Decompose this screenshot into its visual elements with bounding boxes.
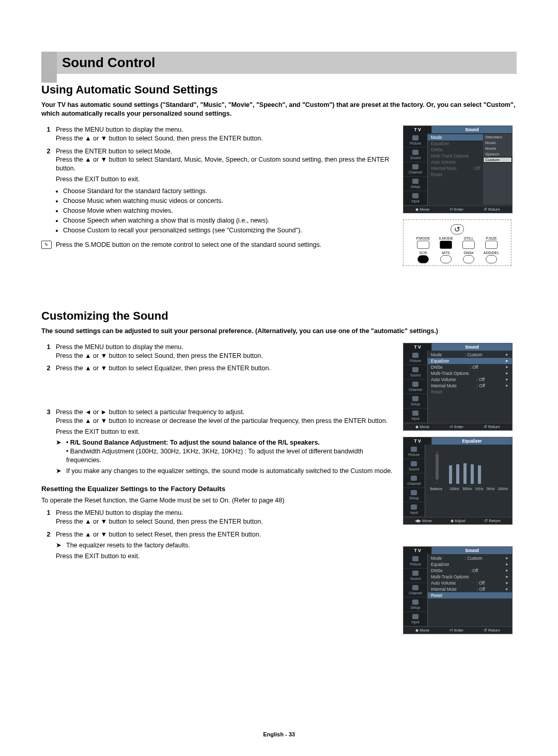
mode-description-list: Choose Standard for the standard factory…: [56, 187, 394, 234]
remote-buttons-figure: ↺ P.MODE S.MODE STILL P.SIZE SCR MTS DNS…: [403, 219, 512, 266]
step-body: Press the MENU button to display the men…: [56, 125, 394, 143]
osd-equalizer: T V Equalizer Picture Sound Channel Setu…: [403, 437, 513, 525]
arrow-icon: ➤: [56, 467, 66, 476]
remote-note: ✎ Press the S.MODE button on the remote …: [41, 241, 394, 249]
osd-sound-equalizer-row: T V Sound Picture Sound Channel Setup In…: [403, 343, 513, 431]
osd-main: Mode Equalizer DNSe Multi-Track Options …: [428, 133, 512, 206]
osd-sound-mode: T V Sound Picture Sound Channel Setup In…: [403, 125, 513, 213]
sidebar-accent: [41, 52, 57, 83]
page-number: English - 33: [0, 731, 558, 737]
equalizer-bars: R L: [425, 445, 512, 487]
section1-heading: Using Automatic Sound Settings: [41, 83, 517, 97]
page-title: Sound Control: [41, 52, 517, 74]
osd-footer: ◆ Move ⏎ Enter ↺ Return: [404, 206, 512, 213]
step-number: 1: [41, 125, 56, 143]
section2-intro: The sound settings can be adjusted to su…: [41, 327, 517, 336]
step-body: Press the ENTER button to select Mode. P…: [56, 147, 394, 236]
step-number: 2: [41, 147, 56, 236]
return-icon: ↺: [451, 224, 464, 234]
section1-figures: T V Sound Picture Sound Channel Setup In…: [403, 125, 517, 266]
manual-page: Sound Control Using Automatic Sound Sett…: [0, 0, 558, 756]
arrow-icon: ➤: [56, 541, 66, 550]
osd-header: Sound: [432, 126, 512, 133]
osd-sound-reset-row: T V Sound Picture Sound Channel Setup In…: [403, 546, 513, 634]
reset-intro: To operate the Reset function, the Game …: [41, 496, 394, 505]
section1-intro: Your TV has automatic sound settings ("S…: [41, 101, 517, 118]
reset-subheading: Resetting the Equalizer Settings to the …: [41, 484, 394, 494]
osd-sidebar: Picture Sound Channel Setup Input: [404, 133, 428, 206]
osd-tv-label: T V: [404, 126, 432, 133]
osd-mode-options: Standard Music Movie Speech Custom: [483, 134, 512, 204]
note-icon: ✎: [41, 241, 52, 249]
section2-steps-col: 1 Press the MENU button to display the m…: [41, 343, 394, 640]
arrow-icon: ➤: [56, 438, 66, 465]
section2-figures: T V Sound Picture Sound Channel Setup In…: [403, 343, 517, 640]
section1-steps-col: 1 Press the MENU button to display the m…: [41, 125, 394, 266]
section2-heading: Customizing the Sound: [41, 309, 517, 323]
